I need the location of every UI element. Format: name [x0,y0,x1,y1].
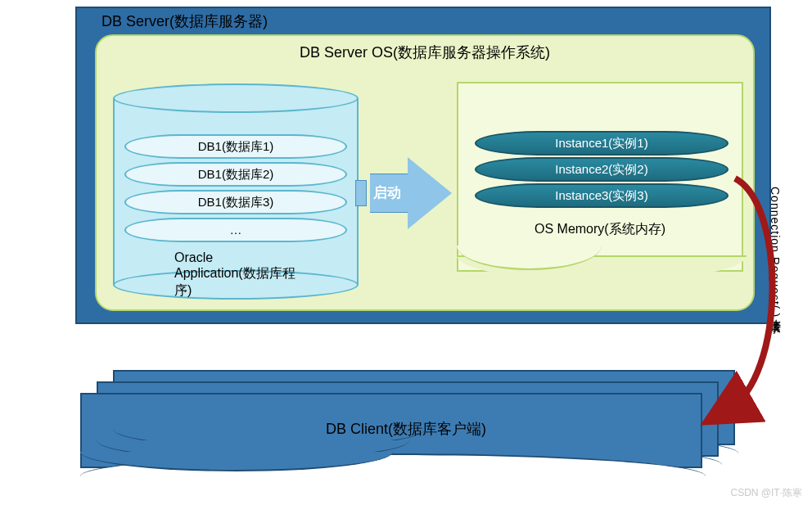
cylinder-caption: Oracle Application(数据库程序) [174,250,297,300]
db-client-stack: DB Client(数据库客户端) [80,370,735,468]
instance-row: Instance1(实例1) [475,131,729,156]
oracle-cylinder: DB1(数据库1) DB1(数据库2) DB1(数据库3) … Oracle A… [113,83,359,300]
db-row: DB1(数据库2) [124,162,347,187]
instance-row: Instance3(实例3) [475,183,729,208]
arrow-label: 启动 [373,183,401,202]
db-row: DB1(数据库3) [124,190,347,214]
db-server-label: DB Server(数据库服务器) [102,11,268,31]
wave-edge [457,255,747,282]
watermark: CSDN @IT·陈寒 [730,486,802,500]
db-row: DB1(数据库1) [124,134,347,159]
os-memory-caption: OS Memory(系统内存) [535,221,665,238]
arrow-head-icon [408,157,452,229]
instance-row: Instance2(实例2) [475,157,729,182]
connection-request-label: Connection Request(连接请求) [768,187,783,318]
db-row: … [124,218,347,242]
cylinder-top [113,83,359,113]
start-arrow: 启动 [355,157,462,229]
os-memory-box: Instance1(实例1) Instance2(实例2) Instance3(… [457,82,743,272]
arrow-tail [355,180,367,206]
db-client-label: DB Client(数据库客户端) [326,419,486,439]
db-server-os-box: DB Server OS(数据库服务器操作系统) DB1(数据库1) DB1(数… [95,34,755,311]
db-server-os-label: DB Server OS(数据库服务器操作系统) [300,43,550,62]
db-server-box: DB Server(数据库服务器) DB Server OS(数据库服务器操作系… [75,7,771,324]
